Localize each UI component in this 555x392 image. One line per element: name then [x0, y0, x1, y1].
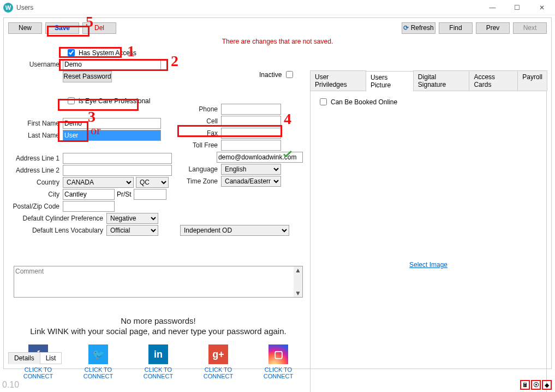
twitter-connect[interactable]: CLICK TO CONNECT — [71, 366, 126, 379]
minimize-button[interactable]: — — [480, 0, 505, 15]
find-button[interactable]: Find — [439, 22, 473, 34]
comment-textarea[interactable] — [14, 266, 303, 298]
linkedin-icon[interactable]: in — [148, 345, 168, 364]
eyecare-check[interactable]: is Eye Care Professional — [63, 94, 153, 107]
bottom-tabs: Details List — [8, 352, 61, 364]
language-select[interactable]: English — [221, 164, 281, 175]
tollfree-label: Toll Free — [183, 141, 221, 149]
cylpref-label: Default Cylinder Preference — [8, 215, 106, 222]
postal-label: Postal/Zip Code — [8, 203, 63, 210]
fax-input[interactable] — [221, 128, 281, 139]
timezone-select[interactable]: Canada/Eastern — [221, 176, 281, 187]
prst-label: Pr/St — [115, 191, 134, 198]
has-system-access-checkbox[interactable] — [68, 49, 75, 56]
fax-label: Fax — [183, 129, 221, 137]
annotation-1: 1 — [127, 43, 135, 60]
tab-access-cards[interactable]: Access Cards — [469, 70, 518, 91]
cylpref-select[interactable]: Negative — [106, 213, 158, 224]
address1-label: Address Line 1 — [8, 155, 63, 162]
annotation-5: 5 — [86, 13, 93, 31]
title-bar: W Users — ☐ ✕ — [0, 0, 555, 15]
googleplus-connect[interactable]: CLICK TO CONNECT — [191, 366, 246, 379]
lensvocab-label: Default Lens Vocabulary — [8, 227, 106, 234]
tab-details[interactable]: Details — [8, 352, 40, 364]
eyecare-checkbox[interactable] — [68, 97, 75, 104]
last-name-label: Last Name — [8, 132, 63, 139]
next-button[interactable]: Next — [513, 22, 547, 34]
footer-icon-3[interactable]: ◆ — [542, 380, 552, 390]
can-be-booked-check[interactable]: Can Be Booked Online — [315, 96, 400, 108]
facebook-connect[interactable]: CLICK TO CONNECT — [11, 366, 65, 379]
social-block: No more passwords! Link WINK with your s… — [8, 314, 308, 379]
maximize-button[interactable]: ☐ — [505, 0, 529, 15]
can-be-booked-checkbox[interactable] — [320, 98, 327, 105]
last-name-input[interactable] — [63, 130, 161, 141]
cell-input[interactable] — [221, 116, 281, 127]
unsaved-banner: There are changes that are not saved. — [4, 37, 551, 46]
lensvocab-select[interactable]: Official — [106, 225, 158, 236]
tab-digital-signature[interactable]: Digital Signature — [413, 70, 470, 91]
tab-list[interactable]: List — [40, 352, 62, 364]
tab-privileges[interactable]: User Priviledges — [310, 70, 366, 91]
annotation-2: 2 — [171, 52, 178, 70]
country-select[interactable]: CANADA — [63, 177, 134, 188]
language-label: Language — [183, 165, 221, 173]
tollfree-input[interactable] — [221, 140, 281, 151]
version-label: 0.10 — [2, 380, 19, 390]
country-label: Country — [8, 179, 63, 186]
province-select[interactable]: QC — [136, 177, 169, 188]
first-name-input[interactable] — [63, 118, 161, 129]
instagram-icon[interactable]: ▢ — [268, 345, 288, 364]
footer-icon-1[interactable]: 🖩 — [520, 380, 530, 390]
tab-content: Can Be Booked Online Select Image — [310, 91, 547, 392]
address1-input[interactable] — [63, 153, 172, 164]
city-label: City — [8, 191, 63, 198]
refresh-button[interactable]: Refresh — [402, 22, 435, 34]
social-tag: Link WINK with your social page, and nev… — [8, 326, 308, 336]
prst-input[interactable] — [134, 189, 166, 200]
address2-label: Address Line 2 — [8, 167, 63, 174]
close-button[interactable]: ✕ — [529, 0, 554, 15]
first-name-label: First Name — [8, 120, 63, 127]
footer-icon-2[interactable]: ⦿ — [531, 380, 541, 390]
independent-select[interactable]: Independent OD — [180, 225, 289, 236]
phone-label: Phone — [183, 105, 221, 113]
instagram-connect[interactable]: CLICK TO CONNECT — [251, 366, 306, 379]
cell-label: Cell — [183, 117, 221, 125]
annotation-4: 4 — [284, 110, 291, 128]
select-image-link[interactable]: Select Image — [315, 261, 542, 269]
reset-password-button[interactable]: Reset Password — [63, 71, 112, 82]
annotation-or: or — [91, 123, 100, 138]
can-be-booked-label: Can Be Booked Online — [331, 98, 397, 106]
phone-input[interactable] — [221, 104, 281, 115]
googleplus-icon[interactable]: g+ — [208, 345, 228, 364]
linkedin-connect[interactable]: CLICK TO CONNECT — [131, 366, 186, 379]
new-button[interactable]: New — [8, 22, 42, 34]
right-tabs: User Priviledges Users Picture Digital S… — [310, 70, 547, 91]
tab-users-picture[interactable]: Users Picture — [366, 71, 414, 91]
app-icon: W — [3, 3, 13, 13]
main-frame: New Save Del Refresh Find Prev Next Ther… — [3, 17, 552, 369]
city-input[interactable] — [63, 189, 115, 200]
scrollbar[interactable]: ▲▼ — [294, 266, 302, 297]
social-heading: No more passwords! — [8, 316, 308, 325]
prev-button[interactable]: Prev — [476, 22, 510, 34]
username-label: Username — [8, 61, 63, 68]
twitter-icon[interactable]: 🐦 — [88, 345, 108, 364]
eyecare-label: is Eye Care Professional — [79, 97, 150, 105]
username-input[interactable] — [63, 59, 161, 70]
postal-input[interactable] — [63, 201, 115, 212]
address2-input[interactable] — [63, 165, 172, 176]
tab-payroll[interactable]: Payroll — [517, 70, 547, 91]
timezone-label: Time Zone — [183, 177, 221, 185]
save-button[interactable]: Save — [45, 22, 79, 34]
window-title: Users — [16, 4, 33, 11]
